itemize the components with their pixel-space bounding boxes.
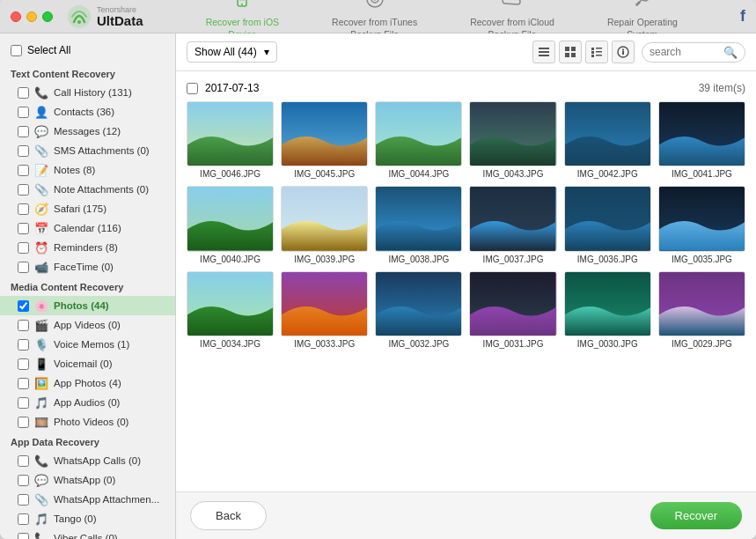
checkbox-safari[interactable] (18, 203, 29, 215)
svg-rect-23 (622, 51, 624, 55)
sidebar-item-voice-memos[interactable]: 🎙️ Voice Memos (1) (0, 335, 175, 354)
svg-rect-19 (596, 51, 602, 53)
photo-item-img43[interactable]: IMG_0043.JPG (469, 101, 556, 179)
sidebar-item-whatsapp-attachments[interactable]: 📎 WhatsApp Attachmen... (0, 490, 175, 509)
checkbox-calendar[interactable] (18, 223, 29, 234)
note-attachments-label: Note Attachments (0) (54, 184, 165, 195)
checkbox-messages[interactable] (18, 126, 29, 137)
photo-label: IMG_0035.JPG (658, 255, 745, 264)
svg-point-1 (77, 20, 81, 24)
checkbox-call-history[interactable] (18, 87, 29, 99)
photo-label: IMG_0029.JPG (658, 339, 745, 349)
checkbox-voicemail[interactable] (18, 358, 29, 370)
sidebar-item-reminders[interactable]: ⏰ Reminders (8) (0, 238, 175, 257)
photo-label: IMG_0037.JPG (469, 255, 556, 264)
photo-item-img38[interactable]: IMG_0038.JPG (375, 186, 462, 263)
checkbox-note-attachments[interactable] (18, 184, 29, 196)
recover-button[interactable]: Recover (650, 502, 742, 529)
maximize-button[interactable] (42, 11, 53, 22)
sidebar-item-whatsapp-calls[interactable]: 📞 WhatsApp Calls (0) (0, 451, 175, 470)
view-grid-button[interactable] (559, 41, 582, 63)
sidebar-item-call-history[interactable]: 📞 Call History (131) (0, 83, 175, 102)
photo-thumbnail (658, 101, 745, 166)
search-icon: 🔍 (723, 46, 738, 59)
photo-item-img32[interactable]: IMG_0032.JPG (375, 271, 462, 349)
close-button[interactable] (11, 11, 21, 22)
checkbox-app-photos[interactable] (18, 378, 29, 389)
back-button[interactable]: Back (190, 501, 267, 530)
photo-item-img46[interactable]: IMG_0046.JPG (187, 101, 274, 179)
chevron-down-icon: ▾ (264, 46, 269, 58)
view-info-button[interactable] (612, 41, 635, 63)
checkbox-reminders[interactable] (18, 242, 29, 254)
checkbox-whatsapp-attachments[interactable] (18, 494, 29, 506)
sidebar-item-facetime[interactable]: 📹 FaceTime (0) (0, 257, 175, 277)
photo-item-img34[interactable]: IMG_0034.JPG (187, 271, 274, 349)
sidebar-item-notes[interactable]: 📝 Notes (8) (0, 160, 175, 180)
checkbox-voice-memos[interactable] (18, 339, 29, 351)
sidebar-item-app-audios[interactable]: 🎵 App Audios (0) (0, 393, 175, 412)
app-videos-label: App Videos (0) (54, 320, 165, 330)
photo-item-img36[interactable]: IMG_0036.JPG (564, 186, 651, 263)
checkbox-photos[interactable] (18, 300, 29, 312)
checkbox-viber-calls[interactable] (18, 533, 29, 540)
photo-item-img37[interactable]: IMG_0037.JPG (469, 186, 556, 263)
photo-thumbnail (375, 271, 462, 336)
sidebar-item-viber-calls[interactable]: 📞 Viber Calls (0) (0, 528, 175, 539)
facebook-icon[interactable]: f (740, 7, 745, 26)
sidebar-item-app-photos[interactable]: 🖼️ App Photos (4) (0, 373, 175, 393)
sidebar-item-messages[interactable]: 💬 Messages (12) (0, 122, 175, 141)
checkbox-tango[interactable] (18, 513, 29, 525)
checkbox-app-videos[interactable] (18, 320, 29, 331)
checkbox-photo-videos[interactable] (18, 417, 29, 428)
search-box[interactable]: 🔍 (642, 42, 745, 63)
photo-item-img45[interactable]: IMG_0045.JPG (281, 101, 368, 179)
view-list-button[interactable] (532, 41, 555, 63)
viber-calls-label: Viber Calls (0) (54, 533, 165, 539)
sidebar-item-app-videos[interactable]: 🎬 App Videos (0) (0, 315, 175, 335)
view-details-button[interactable] (585, 41, 608, 63)
photo-item-img41[interactable]: IMG_0041.JPG (658, 101, 745, 179)
select-all-row[interactable]: Select All (0, 41, 175, 63)
messages-icon: 💬 (34, 124, 48, 138)
checkbox-sms-attachments[interactable] (18, 145, 29, 157)
app-name: UltData (97, 14, 143, 27)
sidebar-item-note-attachments[interactable]: 📎 Note Attachments (0) (0, 180, 175, 199)
section-media-header: Media Content Recovery (0, 277, 175, 296)
photo-item-img33[interactable]: IMG_0033.JPG (281, 271, 368, 349)
photo-item-img42[interactable]: IMG_0042.JPG (564, 101, 651, 179)
checkbox-whatsapp[interactable] (18, 475, 29, 486)
photo-item-img44[interactable]: IMG_0044.JPG (375, 101, 462, 179)
sidebar-item-photos[interactable]: 🌸 Photos (44) (0, 296, 175, 315)
sidebar-item-safari[interactable]: 🧭 Safari (175) (0, 199, 175, 218)
sidebar-item-contacts[interactable]: 👤 Contacts (36) (0, 102, 175, 122)
photo-item-img31[interactable]: IMG_0031.JPG (469, 271, 556, 349)
show-filter-dropdown[interactable]: Show All (44) ▾ (187, 41, 277, 63)
checkbox-app-audios[interactable] (18, 397, 29, 409)
checkbox-contacts[interactable] (18, 107, 29, 118)
sidebar-item-tango[interactable]: 🎵 Tango (0) (0, 509, 175, 528)
select-all-checkbox[interactable] (11, 45, 22, 56)
photo-item-img35[interactable]: IMG_0035.JPG (658, 186, 745, 263)
photo-item-img39[interactable]: IMG_0039.JPG (281, 186, 368, 263)
date-checkbox[interactable] (187, 83, 198, 94)
sidebar-item-calendar[interactable]: 📅 Calendar (116) (0, 218, 175, 238)
sidebar-item-photo-videos[interactable]: 🎞️ Photo Videos (0) (0, 412, 175, 432)
svg-point-5 (367, 0, 383, 7)
checkbox-facetime[interactable] (18, 262, 29, 273)
whatsapp-label: WhatsApp (0) (54, 475, 165, 485)
photo-item-img29[interactable]: IMG_0029.JPG (658, 271, 745, 349)
photo-item-img40[interactable]: IMG_0040.JPG (187, 186, 274, 263)
minimize-button[interactable] (26, 11, 37, 22)
voicemail-icon: 📱 (34, 357, 48, 371)
select-all-label: Select All (27, 44, 70, 56)
photo-item-img30[interactable]: IMG_0030.JPG (564, 271, 651, 349)
sidebar-item-whatsapp[interactable]: 💬 WhatsApp (0) (0, 470, 175, 490)
checkbox-notes[interactable] (18, 165, 29, 176)
sidebar-item-voicemail[interactable]: 📱 Voicemail (0) (0, 354, 175, 373)
checkbox-whatsapp-calls[interactable] (18, 455, 29, 467)
search-input[interactable] (650, 46, 720, 58)
sidebar-item-sms-attachments[interactable]: 📎 SMS Attachments (0) (0, 141, 175, 160)
svg-rect-18 (591, 51, 594, 54)
photo-label: IMG_0040.JPG (187, 255, 274, 264)
